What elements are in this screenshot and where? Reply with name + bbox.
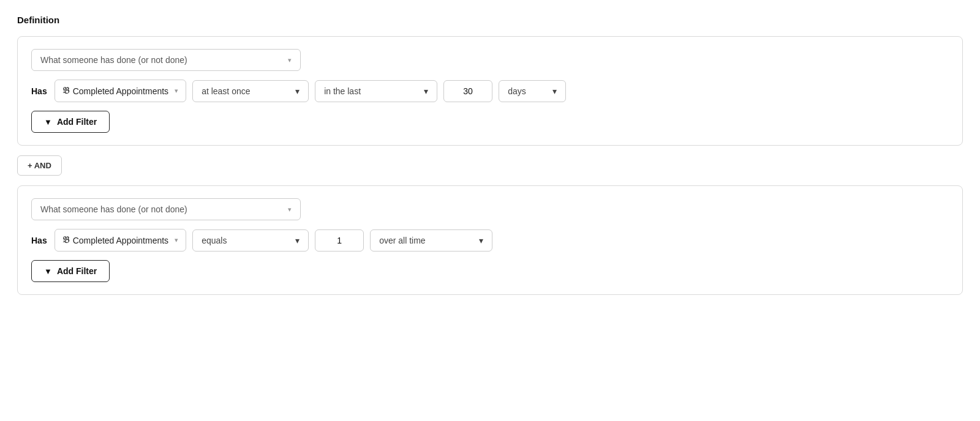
frequency-select-1[interactable]: at least once ▾	[192, 80, 309, 102]
has-label-1: Has	[31, 86, 47, 96]
chevron-down-icon: ▾	[552, 86, 557, 96]
and-connector: + AND	[17, 155, 963, 176]
page-title: Definition	[17, 15, 963, 25]
and-label: + AND	[28, 161, 51, 170]
chevron-down-icon: ▾	[479, 236, 483, 245]
event-icon-1: 𝔅	[62, 86, 69, 96]
add-filter-button-2[interactable]: ▼ Add Filter	[31, 260, 110, 282]
main-select-1[interactable]: What someone has done (or not done) ▾	[31, 49, 301, 71]
main-select-2[interactable]: What someone has done (or not done) ▾	[31, 198, 301, 220]
event-icon-2: 𝔅	[62, 235, 69, 245]
frequency-select-2[interactable]: equals ▾	[192, 229, 309, 251]
chevron-down-icon: ▾	[295, 236, 300, 245]
chevron-down-icon: ▾	[295, 86, 300, 96]
filter-icon-2: ▼	[44, 267, 52, 276]
time-condition-select-1[interactable]: in the last ▾	[315, 80, 437, 102]
unit-value-1: days	[508, 86, 526, 96]
main-select-1-value: What someone has done (or not done)	[40, 55, 187, 65]
condition-block-1: What someone has done (or not done) ▾ Ha…	[17, 36, 963, 146]
chevron-down-icon: ▾	[424, 86, 428, 96]
chevron-down-icon: ▾	[288, 206, 292, 214]
event-label-1: Completed Appointments	[73, 86, 168, 96]
condition-block-2: What someone has done (or not done) ▾ Ha…	[17, 185, 963, 295]
chevron-down-icon: ▾	[288, 56, 292, 64]
number-input-1[interactable]	[443, 80, 492, 102]
and-button[interactable]: + AND	[17, 155, 62, 176]
unit-select-1[interactable]: days ▾	[499, 80, 566, 102]
time-condition-value-1: in the last	[324, 86, 361, 96]
frequency-value-2: equals	[202, 236, 227, 245]
number-input-2[interactable]	[315, 229, 364, 251]
main-select-2-value: What someone has done (or not done)	[40, 204, 187, 214]
event-label-2: Completed Appointments	[73, 236, 168, 245]
has-label-2: Has	[31, 236, 47, 245]
add-filter-label-2: Add Filter	[57, 266, 97, 276]
event-select-2[interactable]: 𝔅 Completed Appointments ▾	[55, 229, 186, 251]
time-condition-value-2: over all time	[379, 236, 425, 245]
add-filter-label-1: Add Filter	[57, 117, 97, 127]
time-condition-select-2[interactable]: over all time ▾	[370, 229, 492, 251]
filter-icon-1: ▼	[44, 117, 52, 127]
frequency-value-1: at least once	[202, 86, 250, 96]
add-filter-button-1[interactable]: ▼ Add Filter	[31, 111, 110, 133]
event-select-1[interactable]: 𝔅 Completed Appointments ▾	[55, 80, 186, 102]
chevron-down-icon: ▾	[175, 87, 178, 95]
chevron-down-icon: ▾	[175, 236, 178, 244]
